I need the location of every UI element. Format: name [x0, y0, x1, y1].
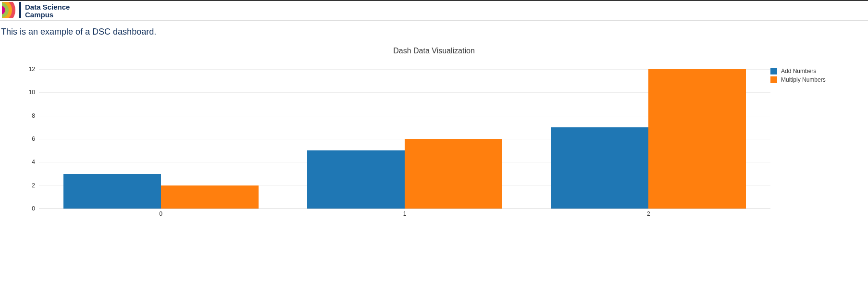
- legend-label: Multiply Numbers: [781, 76, 826, 83]
- brand: Data Science Campus: [2, 2, 70, 20]
- brand-name-line2: Campus: [25, 11, 70, 19]
- y-tick-label: 2: [32, 182, 39, 189]
- brand-logo-icon: [2, 2, 21, 20]
- brand-name: Data Science Campus: [25, 3, 70, 19]
- bar[interactable]: [405, 139, 502, 209]
- y-tick-label: 10: [29, 89, 39, 96]
- chart-container: Dash Data Visualization 024681012012 Add…: [11, 47, 857, 221]
- chart-body: 024681012012 Add NumbersMultiply Numbers: [11, 67, 857, 221]
- legend-swatch-icon: [770, 68, 777, 74]
- brand-name-line1: Data Science: [25, 3, 70, 11]
- header-bar: Data Science Campus: [0, 0, 868, 21]
- y-tick-label: 0: [32, 205, 39, 212]
- bar[interactable]: [307, 150, 405, 209]
- legend-label: Add Numbers: [781, 68, 816, 74]
- bar[interactable]: [648, 69, 746, 209]
- y-tick-label: 4: [32, 159, 39, 165]
- y-tick-label: 8: [32, 112, 39, 119]
- legend: Add NumbersMultiply Numbers: [770, 67, 857, 221]
- page-description: This is an example of a DSC dashboard.: [1, 27, 868, 37]
- legend-item[interactable]: Add Numbers: [770, 68, 857, 74]
- svg-rect-5: [19, 2, 21, 18]
- legend-item[interactable]: Multiply Numbers: [770, 76, 857, 83]
- plot-area[interactable]: 024681012012: [39, 67, 770, 221]
- bar[interactable]: [63, 174, 161, 209]
- legend-swatch-icon: [770, 76, 777, 83]
- chart-title: Dash Data Visualization: [11, 47, 857, 55]
- y-tick-label: 12: [29, 66, 39, 73]
- y-tick-label: 6: [32, 136, 39, 142]
- bar[interactable]: [551, 127, 648, 209]
- bar[interactable]: [161, 185, 259, 209]
